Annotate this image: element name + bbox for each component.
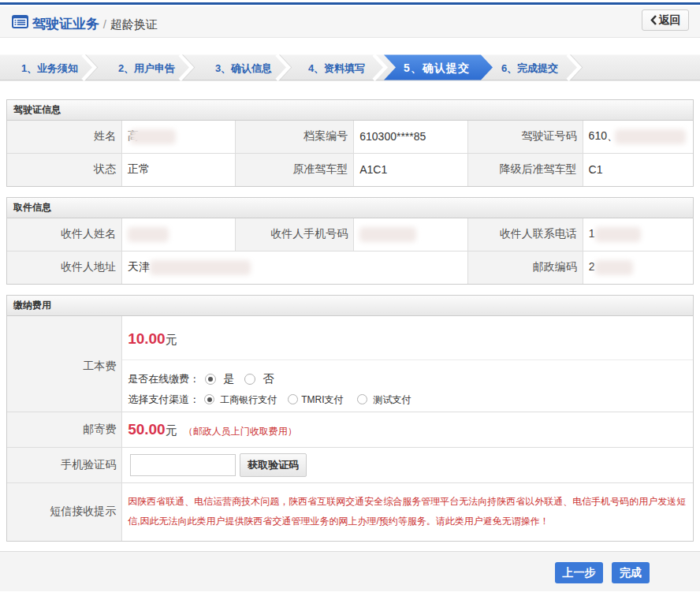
svg-text:4、资料填写: 4、资料填写: [308, 62, 365, 74]
svg-text:3、确认信息: 3、确认信息: [215, 62, 272, 74]
svg-text:5、确认提交: 5、确认提交: [404, 61, 470, 74]
svg-text:1、业务须知: 1、业务须知: [21, 62, 78, 74]
svg-text:2、用户申告: 2、用户申告: [118, 62, 175, 74]
svg-text:6、完成提交: 6、完成提交: [501, 62, 558, 74]
